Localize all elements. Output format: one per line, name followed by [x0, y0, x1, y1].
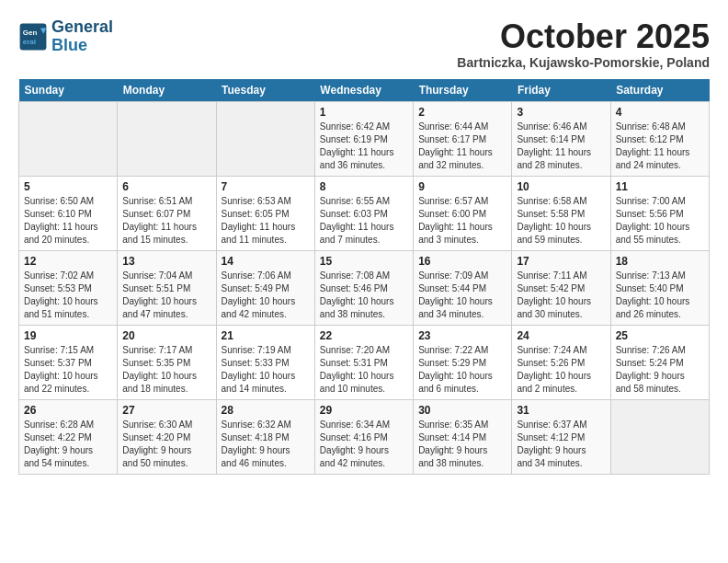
day-info: Sunrise: 6:50 AM Sunset: 6:10 PM Dayligh…: [24, 195, 112, 247]
day-number: 3: [517, 106, 605, 119]
calendar-cell: 21Sunrise: 7:19 AM Sunset: 5:33 PM Dayli…: [216, 325, 314, 399]
day-number: 25: [616, 329, 704, 342]
day-info: Sunrise: 7:11 AM Sunset: 5:42 PM Dayligh…: [517, 270, 605, 321]
calendar-cell: 19Sunrise: 7:15 AM Sunset: 5:37 PM Dayli…: [19, 325, 118, 399]
day-info: Sunrise: 6:44 AM Sunset: 6:17 PM Dayligh…: [418, 121, 506, 172]
day-info: Sunrise: 6:51 AM Sunset: 6:07 PM Dayligh…: [122, 195, 210, 247]
week-row-5: 26Sunrise: 6:28 AM Sunset: 4:22 PM Dayli…: [19, 399, 710, 474]
day-number: 9: [418, 180, 506, 193]
day-number: 23: [418, 329, 506, 342]
logo-line1: General: [51, 17, 113, 36]
day-info: Sunrise: 7:26 AM Sunset: 5:24 PM Dayligh…: [616, 344, 704, 396]
calendar-cell: 30Sunrise: 6:35 AM Sunset: 4:14 PM Dayli…: [414, 399, 512, 474]
day-number: 11: [616, 180, 704, 193]
logo-line2: Blue: [51, 37, 113, 55]
header-friday: Friday: [512, 79, 610, 102]
day-info: Sunrise: 7:15 AM Sunset: 5:37 PM Dayligh…: [24, 344, 112, 396]
day-info: Sunrise: 6:35 AM Sunset: 4:14 PM Dayligh…: [418, 419, 506, 470]
calendar-cell: 6Sunrise: 6:51 AM Sunset: 6:07 PM Daylig…: [118, 176, 216, 250]
day-number: 20: [122, 329, 210, 342]
day-info: Sunrise: 7:08 AM Sunset: 5:46 PM Dayligh…: [320, 270, 408, 321]
day-info: Sunrise: 7:00 AM Sunset: 5:56 PM Dayligh…: [616, 195, 704, 247]
day-number: 7: [222, 180, 310, 193]
header-monday: Monday: [118, 79, 216, 102]
calendar-cell: 27Sunrise: 6:30 AM Sunset: 4:20 PM Dayli…: [118, 399, 216, 474]
calendar-cell: 16Sunrise: 7:09 AM Sunset: 5:44 PM Dayli…: [414, 250, 512, 325]
day-info: Sunrise: 6:37 AM Sunset: 4:12 PM Dayligh…: [517, 419, 605, 470]
calendar-table: SundayMondayTuesdayWednesdayThursdayFrid…: [18, 79, 710, 475]
day-number: 8: [320, 180, 408, 193]
day-number: 15: [320, 255, 408, 268]
calendar-cell: 12Sunrise: 7:02 AM Sunset: 5:53 PM Dayli…: [19, 250, 118, 325]
calendar-cell: 1Sunrise: 6:42 AM Sunset: 6:19 PM Daylig…: [314, 101, 413, 176]
day-number: 28: [222, 404, 310, 417]
day-number: 2: [418, 106, 506, 119]
day-info: Sunrise: 6:46 AM Sunset: 6:14 PM Dayligh…: [517, 121, 605, 172]
calendar-cell: 2Sunrise: 6:44 AM Sunset: 6:17 PM Daylig…: [414, 101, 512, 176]
calendar-cell: 5Sunrise: 6:50 AM Sunset: 6:10 PM Daylig…: [19, 176, 118, 250]
week-row-2: 5Sunrise: 6:50 AM Sunset: 6:10 PM Daylig…: [19, 176, 710, 250]
calendar-cell: 14Sunrise: 7:06 AM Sunset: 5:49 PM Dayli…: [216, 250, 314, 325]
day-info: Sunrise: 7:22 AM Sunset: 5:29 PM Dayligh…: [418, 344, 506, 396]
week-row-3: 12Sunrise: 7:02 AM Sunset: 5:53 PM Dayli…: [19, 250, 710, 325]
calendar-cell: 7Sunrise: 6:53 AM Sunset: 6:05 PM Daylig…: [216, 176, 314, 250]
day-number: 17: [517, 255, 605, 268]
day-info: Sunrise: 7:24 AM Sunset: 5:26 PM Dayligh…: [517, 344, 605, 396]
day-number: 26: [24, 404, 112, 417]
day-number: 12: [24, 255, 112, 268]
calendar-cell: 3Sunrise: 6:46 AM Sunset: 6:14 PM Daylig…: [512, 101, 610, 176]
header-thursday: Thursday: [414, 79, 512, 102]
calendar-cell: 25Sunrise: 7:26 AM Sunset: 5:24 PM Dayli…: [610, 325, 709, 399]
header-sunday: Sunday: [19, 79, 118, 102]
day-info: Sunrise: 7:09 AM Sunset: 5:44 PM Dayligh…: [418, 270, 506, 321]
calendar-cell: 29Sunrise: 6:34 AM Sunset: 4:16 PM Dayli…: [314, 399, 413, 474]
header-saturday: Saturday: [610, 79, 709, 102]
calendar-cell: [216, 101, 314, 176]
calendar-cell: [19, 101, 118, 176]
calendar-cell: 24Sunrise: 7:24 AM Sunset: 5:26 PM Dayli…: [512, 325, 610, 399]
week-row-1: 1Sunrise: 6:42 AM Sunset: 6:19 PM Daylig…: [19, 101, 710, 176]
day-info: Sunrise: 7:13 AM Sunset: 5:40 PM Dayligh…: [616, 270, 704, 321]
calendar-cell: 17Sunrise: 7:11 AM Sunset: 5:42 PM Dayli…: [512, 250, 610, 325]
day-info: Sunrise: 6:28 AM Sunset: 4:22 PM Dayligh…: [24, 419, 112, 470]
day-info: Sunrise: 6:55 AM Sunset: 6:03 PM Dayligh…: [320, 195, 408, 247]
calendar-cell: 15Sunrise: 7:08 AM Sunset: 5:46 PM Dayli…: [314, 250, 413, 325]
month-title: October 2025: [457, 18, 710, 55]
day-number: 10: [517, 180, 605, 193]
calendar-cell: 18Sunrise: 7:13 AM Sunset: 5:40 PM Dayli…: [610, 250, 709, 325]
calendar-cell: 28Sunrise: 6:32 AM Sunset: 4:18 PM Dayli…: [216, 399, 314, 474]
day-number: 27: [122, 404, 210, 417]
day-number: 5: [24, 180, 112, 193]
header-tuesday: Tuesday: [216, 79, 314, 102]
calendar-cell: 26Sunrise: 6:28 AM Sunset: 4:22 PM Dayli…: [19, 399, 118, 474]
day-number: 6: [122, 180, 210, 193]
day-number: 18: [616, 255, 704, 268]
day-number: 19: [24, 329, 112, 342]
svg-text:Gen: Gen: [23, 29, 38, 37]
subtitle: Bartniczka, Kujawsko-Pomorskie, Poland: [457, 55, 710, 70]
day-info: Sunrise: 6:30 AM Sunset: 4:20 PM Dayligh…: [122, 419, 210, 470]
day-info: Sunrise: 7:19 AM Sunset: 5:33 PM Dayligh…: [222, 344, 310, 396]
calendar-cell: [610, 399, 709, 474]
day-info: Sunrise: 6:42 AM Sunset: 6:19 PM Dayligh…: [320, 121, 408, 172]
day-info: Sunrise: 6:34 AM Sunset: 4:16 PM Dayligh…: [320, 419, 408, 470]
day-number: 29: [320, 404, 408, 417]
day-number: 24: [517, 329, 605, 342]
page-header: Gen eral General Blue October 2025 Bartn…: [18, 18, 710, 70]
title-block: October 2025 Bartniczka, Kujawsko-Pomors…: [457, 18, 710, 70]
day-number: 14: [222, 255, 310, 268]
calendar-cell: 4Sunrise: 6:48 AM Sunset: 6:12 PM Daylig…: [610, 101, 709, 176]
calendar-cell: 11Sunrise: 7:00 AM Sunset: 5:56 PM Dayli…: [610, 176, 709, 250]
day-number: 30: [418, 404, 506, 417]
day-info: Sunrise: 7:06 AM Sunset: 5:49 PM Dayligh…: [222, 270, 310, 321]
calendar-cell: 23Sunrise: 7:22 AM Sunset: 5:29 PM Dayli…: [414, 325, 512, 399]
day-info: Sunrise: 6:57 AM Sunset: 6:00 PM Dayligh…: [418, 195, 506, 247]
day-number: 4: [616, 106, 704, 119]
calendar-cell: 9Sunrise: 6:57 AM Sunset: 6:00 PM Daylig…: [414, 176, 512, 250]
calendar-cell: 31Sunrise: 6:37 AM Sunset: 4:12 PM Dayli…: [512, 399, 610, 474]
day-number: 1: [320, 106, 408, 119]
day-info: Sunrise: 6:32 AM Sunset: 4:18 PM Dayligh…: [222, 419, 310, 470]
header-wednesday: Wednesday: [314, 79, 413, 102]
day-info: Sunrise: 6:53 AM Sunset: 6:05 PM Dayligh…: [222, 195, 310, 247]
calendar-cell: [118, 101, 216, 176]
